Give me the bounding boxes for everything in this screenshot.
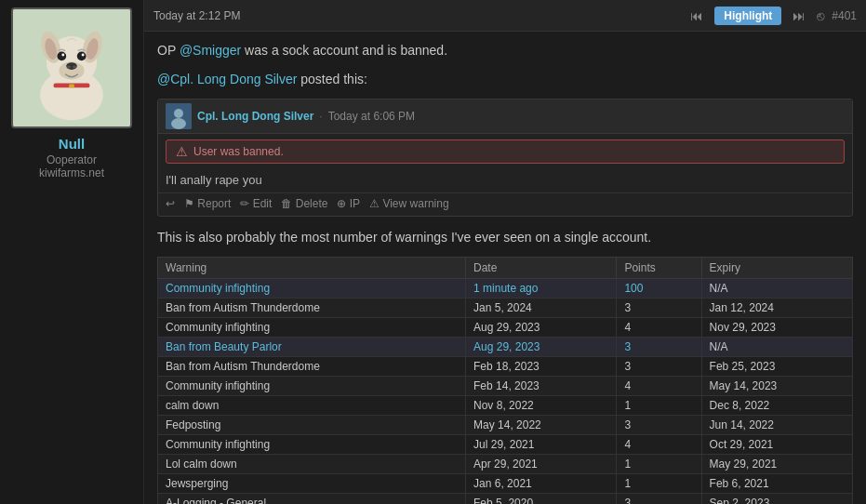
table-row: Community infighting [158, 279, 466, 298]
user-site: kiwifarms.net [39, 166, 104, 179]
quote-timestamp: Today at 6:06 PM [328, 110, 415, 123]
col-warning: Warning [158, 258, 466, 279]
section-text: This is also probably the most number of… [157, 228, 853, 247]
quote-message: I'll anally rape you [158, 169, 852, 192]
svg-point-18 [174, 109, 183, 118]
smigger-mention[interactable]: @Smigger [180, 43, 241, 58]
highlight-button[interactable]: Highlight [714, 7, 781, 25]
quote-avatar [166, 103, 192, 129]
avatar-container [11, 7, 132, 128]
table-row: Fedposting [158, 416, 466, 435]
banned-notice: ⚠ User was banned. [166, 139, 845, 164]
table-row: Community infighting [158, 377, 466, 396]
svg-point-10 [73, 66, 76, 69]
warning-icon: ⚠ [176, 144, 188, 159]
post-body: OP @Smigger was a sock account and is ba… [144, 32, 866, 504]
username[interactable]: Null [59, 136, 85, 152]
svg-point-14 [82, 53, 85, 56]
next-post-icon[interactable]: ⏭ [789, 7, 809, 25]
svg-point-12 [77, 52, 87, 61]
svg-rect-16 [69, 84, 74, 87]
post-timestamp: Today at 2:12 PM [153, 9, 240, 22]
ip-link[interactable]: ⊕ IP [337, 197, 360, 210]
svg-point-9 [67, 66, 71, 69]
posted-this-text: posted this: [297, 72, 367, 86]
delete-link[interactable]: 🗑 Delete [281, 197, 327, 210]
svg-point-19 [171, 118, 186, 129]
table-row: A-Logging - General [158, 494, 466, 505]
view-warning-link[interactable]: ⚠ View warning [369, 197, 448, 210]
prev-post-icon[interactable]: ⏮ [686, 7, 707, 25]
quote-author-name: Cpl. Long Dong Silver [197, 110, 313, 123]
table-row: Community infighting [158, 318, 466, 338]
col-points: Points [617, 258, 701, 279]
user-role: Ooperator [47, 153, 97, 166]
main-content: Today at 2:12 PM ⏮ Highlight ⏭ ⎋ #401 OP… [144, 0, 866, 504]
svg-point-13 [61, 53, 64, 56]
op-prefix: OP [157, 43, 180, 58]
top-bar-actions: ⏮ Highlight ⏭ ⎋ #401 [686, 7, 857, 25]
ban-text: was a sock account and is banned. [241, 43, 447, 58]
col-expiry: Expiry [701, 258, 852, 279]
table-row: Community infighting [158, 435, 466, 455]
quote-header: Cpl. Long Dong Silver · Today at 6:06 PM [158, 99, 852, 134]
table-row: Lol calm down [158, 455, 466, 474]
table-row: Jewsperging [158, 474, 466, 494]
quote-block: Cpl. Long Dong Silver · Today at 6:06 PM… [157, 99, 853, 217]
post-main-text: OP @Smigger was a sock account and is ba… [157, 41, 853, 60]
quote-actions: ↩ ⚑ Report ✏ Edit 🗑 Delete ⊕ IP ⚠ View w… [158, 192, 852, 216]
share-icon[interactable]: ⎋ [817, 8, 824, 23]
edit-link[interactable]: ✏ Edit [240, 197, 272, 210]
table-row: calm down [158, 396, 466, 416]
table-row: Ban from Beauty Parlor [158, 338, 466, 357]
sidebar: Null Ooperator kiwifarms.net [0, 0, 144, 504]
post-number: #401 [832, 9, 857, 22]
svg-point-11 [57, 52, 66, 61]
warnings-table: Warning Date Points Expiry Community inf… [157, 257, 853, 504]
banned-text: User was banned. [193, 145, 284, 158]
author-mention[interactable]: @Cpl. Long Dong Silver [157, 72, 297, 86]
table-row: Ban from Autism Thunderdome [158, 357, 466, 377]
quote-attribution: @Cpl. Long Dong Silver posted this: [157, 70, 853, 89]
reply-icon[interactable]: ↩ [166, 197, 175, 210]
report-link[interactable]: ⚑ Report [184, 197, 231, 210]
col-date: Date [466, 258, 617, 279]
avatar [13, 9, 130, 126]
table-row: Ban from Autism Thunderdome [158, 298, 466, 318]
top-bar: Today at 2:12 PM ⏮ Highlight ⏭ ⎋ #401 [144, 0, 866, 32]
